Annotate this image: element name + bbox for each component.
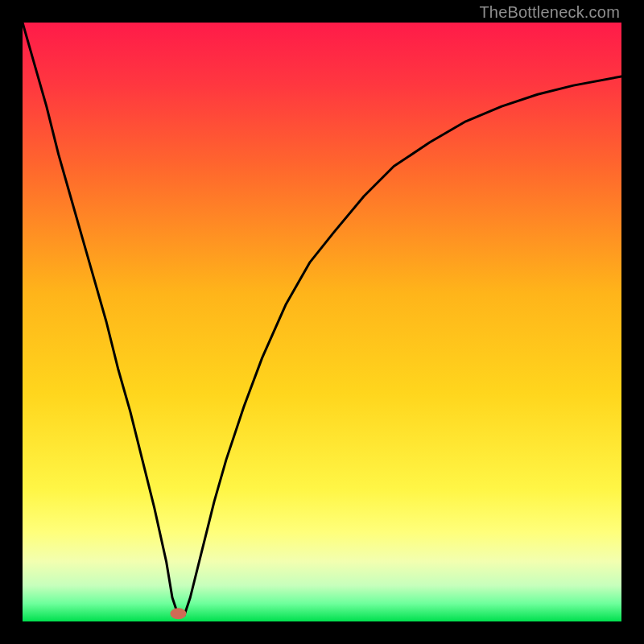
bottleneck-chart xyxy=(23,23,621,621)
chart-frame: TheBottleneck.com xyxy=(0,0,644,644)
chart-background xyxy=(23,23,621,621)
optimum-marker xyxy=(170,608,186,619)
marker-layer xyxy=(170,608,186,619)
watermark-text: TheBottleneck.com xyxy=(479,3,620,22)
